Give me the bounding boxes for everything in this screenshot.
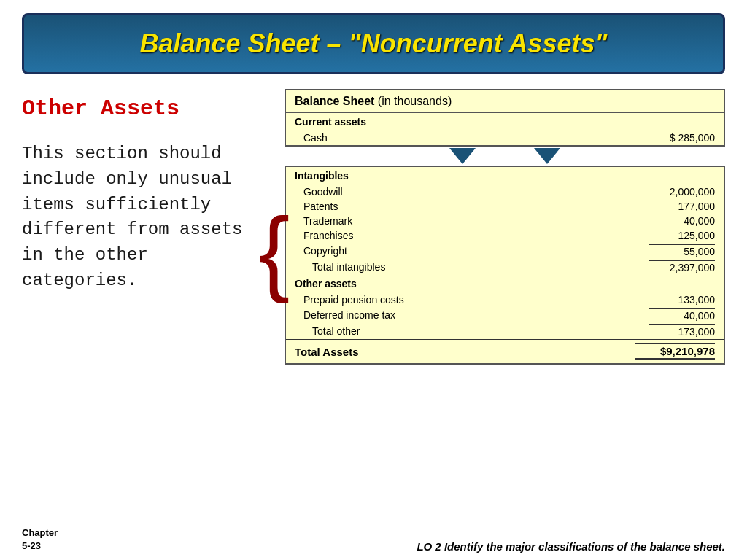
total-other-label: Total other [312, 325, 360, 337]
total-other-amount: 173,000 [649, 324, 715, 338]
total-assets-amount: $9,210,978 [635, 343, 715, 360]
copyright-amount: 55,000 [649, 244, 715, 257]
trademark-amount: 40,000 [649, 215, 715, 227]
patents-amount: 177,000 [649, 201, 715, 212]
total-intangibles-row: Total intangibles 2,397,000 [286, 259, 724, 275]
goodwill-label: Goodwill [303, 186, 343, 198]
trademark-label: Trademark [303, 215, 352, 227]
total-other-row: Total other 173,000 [286, 323, 724, 339]
deferred-income-tax-amount: 40,000 [649, 308, 715, 322]
franchises-amount: 125,000 [649, 230, 715, 241]
cash-row: Cash $ 285,000 [286, 131, 724, 145]
intangibles-label: Intangibles [286, 167, 724, 184]
copyright-label: Copyright [303, 245, 347, 257]
copyright-row: Copyright 55,000 [286, 243, 724, 259]
bs-header-row: Balance Sheet (in thousands) [286, 90, 724, 113]
page-title: Balance Sheet – "Noncurrent Assets" [39, 28, 708, 59]
balance-sheet-bottom: { Intangibles Goodwill 2,000,000 Patents… [285, 166, 725, 365]
section-heading: Other Assets [22, 96, 270, 121]
franchises-label: Franchises [303, 230, 353, 241]
goodwill-row: Goodwill 2,000,000 [286, 184, 724, 199]
patents-row: Patents 177,000 [286, 199, 724, 214]
chapter-label: Chapter 5-23 [22, 526, 58, 553]
total-assets-label: Total Assets [295, 346, 359, 358]
deferred-income-tax-row: Deferred income tax 40,000 [286, 307, 724, 323]
patents-label: Patents [303, 201, 338, 212]
brace-container: { [258, 203, 290, 298]
prepaid-pension-amount: 133,000 [649, 294, 715, 306]
brace-icon: { [258, 203, 290, 298]
balance-sheet-top: Balance Sheet (in thousands) Current ass… [285, 89, 725, 147]
goodwill-amount: 2,000,000 [649, 186, 715, 198]
description-text: This section should include only unusual… [22, 141, 270, 294]
prepaid-pension-row: Prepaid pension costs 133,000 [286, 292, 724, 307]
total-intangibles-label: Total intangibles [312, 261, 385, 273]
lo-text: LO 2 Identify the major classifications … [417, 540, 725, 553]
bs-title: Balance Sheet (in thousands) [295, 95, 452, 108]
left-panel: Other Assets This section should include… [22, 89, 270, 365]
right-panel: Balance Sheet (in thousands) Current ass… [285, 89, 725, 365]
deferred-income-tax-label: Deferred income tax [303, 309, 395, 321]
arrow-down-left [449, 148, 476, 164]
header-banner: Balance Sheet – "Noncurrent Assets" [22, 13, 725, 74]
trademark-row: Trademark 40,000 [286, 214, 724, 228]
total-intangibles-amount: 2,397,000 [649, 260, 715, 273]
arrows-container [285, 147, 725, 166]
footer: Chapter 5-23 LO 2 Identify the major cla… [0, 526, 747, 553]
prepaid-pension-label: Prepaid pension costs [303, 294, 404, 306]
cash-amount: $ 285,000 [670, 132, 715, 144]
arrow-down-right [534, 148, 560, 164]
other-assets-label: Other assets [286, 275, 724, 292]
total-assets-row: Total Assets $9,210,978 [286, 339, 724, 363]
current-assets-label: Current assets [286, 113, 724, 131]
cash-label: Cash [303, 132, 328, 144]
main-content: Other Assets This section should include… [0, 89, 747, 365]
franchises-row: Franchises 125,000 [286, 228, 724, 243]
